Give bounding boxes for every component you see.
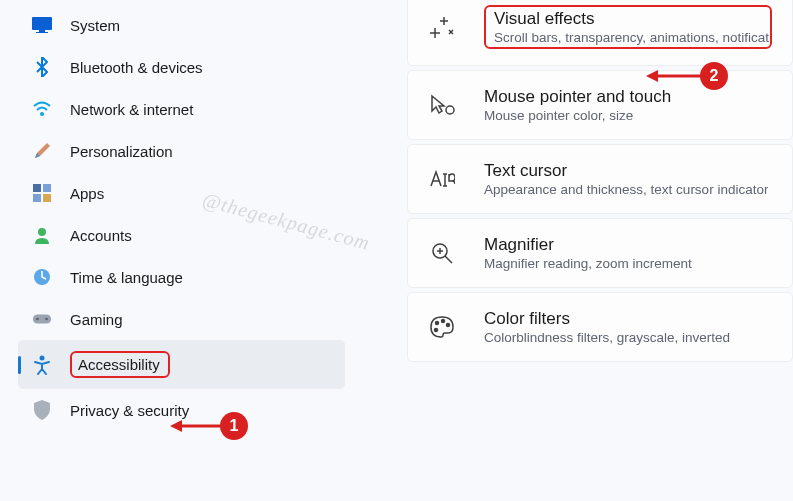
svg-point-14 <box>446 106 454 114</box>
svg-point-11 <box>36 318 39 321</box>
svg-rect-7 <box>43 194 51 202</box>
bluetooth-icon <box>32 57 52 77</box>
svg-rect-4 <box>33 184 41 192</box>
svg-point-8 <box>38 228 46 236</box>
svg-rect-6 <box>33 194 41 202</box>
svg-point-16 <box>436 322 439 325</box>
sidebar-item-label: Apps <box>70 185 104 202</box>
sidebar-item-label: Network & internet <box>70 101 193 118</box>
apps-icon <box>32 183 52 203</box>
svg-rect-10 <box>33 314 51 323</box>
annotation-arrow-2 <box>646 68 704 84</box>
settings-card-magnifier[interactable]: Magnifier Magnifier reading, zoom increm… <box>407 218 793 288</box>
sidebar-item-accessibility[interactable]: Accessibility <box>18 340 345 389</box>
card-desc: Magnifier reading, zoom increment <box>484 256 692 271</box>
wifi-icon <box>32 99 52 119</box>
magnifier-icon <box>428 239 456 267</box>
annotation-highlight-1: Accessibility <box>70 351 170 378</box>
palette-icon <box>428 313 456 341</box>
card-desc: Appearance and thickness, text cursor in… <box>484 182 768 197</box>
svg-point-19 <box>435 329 438 332</box>
sidebar-item-label: Time & language <box>70 269 183 286</box>
sidebar-item-system[interactable]: System <box>18 4 345 46</box>
settings-card-mouse-pointer[interactable]: Mouse pointer and touch Mouse pointer co… <box>407 70 793 140</box>
person-icon <box>32 225 52 245</box>
settings-card-text-cursor[interactable]: Text cursor Appearance and thickness, te… <box>407 144 793 214</box>
svg-marker-23 <box>646 70 658 82</box>
svg-rect-0 <box>32 17 52 30</box>
svg-point-13 <box>40 355 45 360</box>
settings-card-visual-effects[interactable]: Visual effects Scroll bars, transparency… <box>407 0 793 66</box>
gamepad-icon <box>32 309 52 329</box>
card-desc: Scroll bars, transparency, animations, n… <box>494 30 762 45</box>
sparkle-icon <box>428 13 456 41</box>
sidebar-item-network[interactable]: Network & internet <box>18 88 345 130</box>
card-title: Color filters <box>484 309 730 329</box>
accessibility-icon <box>32 355 52 375</box>
card-title: Text cursor <box>484 161 768 181</box>
sidebar-item-label: System <box>70 17 120 34</box>
sidebar-item-gaming[interactable]: Gaming <box>18 298 345 340</box>
brush-icon <box>32 141 52 161</box>
sidebar-item-time[interactable]: Time & language <box>18 256 345 298</box>
svg-rect-5 <box>43 184 51 192</box>
system-icon <box>32 15 52 35</box>
sidebar-item-personalization[interactable]: Personalization <box>18 130 345 172</box>
sidebar-item-label: Gaming <box>70 311 123 328</box>
annotation-highlight-2: Visual effects Scroll bars, transparency… <box>484 5 772 49</box>
annotation-badge-1: 1 <box>220 412 248 440</box>
sidebar-item-label: Accounts <box>70 227 132 244</box>
clock-globe-icon <box>32 267 52 287</box>
svg-point-3 <box>40 112 44 116</box>
card-desc: Colorblindness filters, grayscale, inver… <box>484 330 730 345</box>
sidebar-item-label: Accessibility <box>78 356 160 373</box>
shield-icon <box>32 400 52 420</box>
settings-card-color-filters[interactable]: Color filters Colorblindness filters, gr… <box>407 292 793 362</box>
cursor-icon <box>428 91 456 119</box>
sidebar-item-apps[interactable]: Apps <box>18 172 345 214</box>
card-desc: Mouse pointer color, size <box>484 108 671 123</box>
sidebar-item-label: Bluetooth & devices <box>70 59 203 76</box>
svg-marker-21 <box>170 420 182 432</box>
card-title: Visual effects <box>494 9 762 29</box>
svg-rect-2 <box>36 32 48 33</box>
annotation-arrow-1 <box>170 418 224 434</box>
svg-point-17 <box>442 320 445 323</box>
svg-point-12 <box>45 318 48 321</box>
svg-rect-1 <box>39 30 45 32</box>
sidebar-item-label: Personalization <box>70 143 173 160</box>
card-title: Magnifier <box>484 235 692 255</box>
card-title: Mouse pointer and touch <box>484 87 671 107</box>
sidebar-item-label: Privacy & security <box>70 402 189 419</box>
text-cursor-icon <box>428 165 456 193</box>
annotation-badge-2: 2 <box>700 62 728 90</box>
sidebar-item-accounts[interactable]: Accounts <box>18 214 345 256</box>
svg-point-18 <box>447 324 450 327</box>
sidebar-item-bluetooth[interactable]: Bluetooth & devices <box>18 46 345 88</box>
